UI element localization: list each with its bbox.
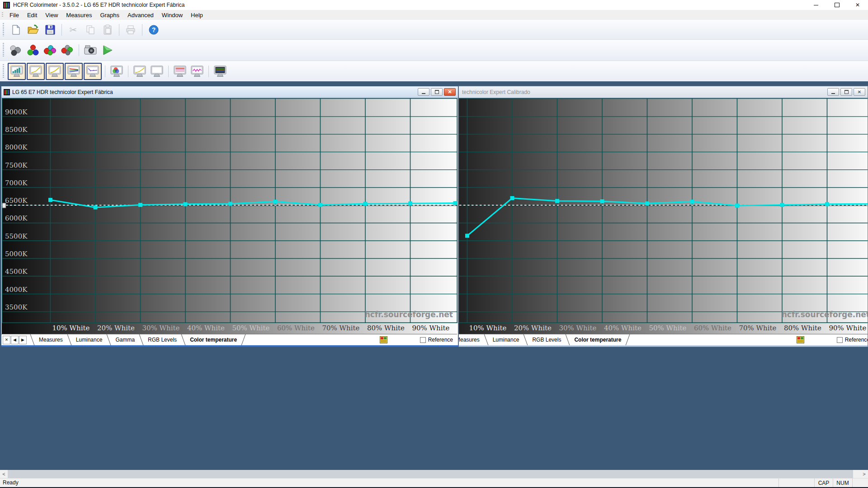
child-close-button[interactable]: ✕	[854, 88, 865, 96]
tab-divider	[107, 334, 111, 345]
tab-close-icon[interactable]: ✕	[3, 336, 10, 344]
graph-rgb-levels-monitor-button[interactable]	[65, 63, 83, 80]
color-temperature-chart: 9000K8500K8000K7500K7000K6500K6000K5500K…	[458, 98, 868, 334]
close-button[interactable]: ✕	[847, 0, 868, 10]
status-panel-empty	[778, 479, 814, 487]
x-tick-label: 10% White	[469, 324, 507, 332]
child-close-button[interactable]: ✕	[444, 88, 456, 96]
cut-scissors-button[interactable]: ✂	[65, 22, 81, 38]
graph-blank-monitor-button[interactable]	[149, 64, 165, 79]
toolbar-file: ✂?	[0, 20, 868, 40]
copy-pages-button[interactable]	[82, 22, 99, 38]
child-window-calibrado: technicolor Expert Calibrado ✕ 9000K8500…	[458, 86, 868, 347]
checkbox-box[interactable]	[837, 337, 843, 343]
reference-checkbox[interactable]: Reference	[837, 337, 868, 343]
toolbar-separator	[105, 66, 105, 77]
save-floppy-button[interactable]	[42, 22, 58, 38]
tab-luminance[interactable]: Luminance	[72, 334, 106, 345]
svg-text:8500K: 8500K	[5, 126, 28, 134]
tab-prev-icon[interactable]: ◀	[11, 336, 19, 344]
svg-text:4000K: 4000K	[5, 286, 28, 294]
primaries-measure-balls-button[interactable]	[25, 42, 41, 58]
menu-advanced[interactable]: Advanced	[123, 11, 158, 19]
menu-measures[interactable]: Measures	[62, 11, 96, 19]
paste-clipboard-button[interactable]	[99, 22, 116, 38]
svg-text:?: ?	[152, 26, 156, 33]
x-tick-label: 50% White	[232, 324, 270, 332]
graph-gamma-monitor-button[interactable]	[46, 63, 64, 80]
status-ready-text: Ready	[3, 479, 19, 486]
menu-window[interactable]: Window	[158, 11, 187, 19]
tab-gamma[interactable]: Gamma	[112, 334, 138, 345]
hcfr-document-icon	[4, 89, 10, 95]
graph-cie-diagram-monitor-button[interactable]	[108, 64, 125, 79]
run-continuous-play-button[interactable]	[99, 42, 116, 58]
secondaries-measure-balls-button[interactable]	[42, 42, 58, 58]
tab-divider	[241, 334, 246, 345]
graph-saturation-stripes-monitor-button[interactable]	[172, 64, 188, 79]
x-tick-label: 50% White	[649, 324, 687, 332]
checkbox-box[interactable]	[420, 337, 426, 343]
graph-color-temperature-monitor-button[interactable]	[84, 63, 102, 80]
child-minimize-button[interactable]	[418, 88, 429, 96]
child-minimize-button[interactable]	[827, 88, 839, 96]
svg-text:hcfr.sourceforge.net: hcfr.sourceforge.net	[365, 310, 453, 319]
print-printer-button[interactable]	[123, 22, 139, 38]
graph-spectrum-dark-monitor-button[interactable]	[212, 64, 228, 79]
child-titlebar[interactable]: LG 65 E7 HDR technicolor Expert Fábrica …	[1, 86, 458, 98]
x-tick-label: 80% White	[367, 324, 405, 332]
graph-noise-wave-monitor-button[interactable]	[189, 64, 205, 79]
menu-view[interactable]: View	[41, 11, 62, 19]
graph-tabbar: ✕◀▶ MeasuresLuminanceRGB LevelsColor tem…	[458, 334, 868, 345]
tab-next-icon[interactable]: ▶	[19, 336, 27, 344]
toolbar-separator	[142, 24, 142, 36]
menu-file[interactable]: File	[5, 11, 23, 19]
tab-rgb-levels[interactable]: RGB Levels	[144, 334, 180, 345]
help-about-button[interactable]: ?	[146, 22, 162, 38]
tab-divider	[626, 334, 630, 345]
x-tick-label: 40% White	[604, 324, 642, 332]
tab-divider	[30, 334, 35, 345]
open-folder-button[interactable]	[25, 22, 41, 38]
grayscale-measure-balls-button[interactable]	[8, 42, 24, 58]
reference-checkbox[interactable]: Reference	[420, 337, 453, 343]
svg-text:4500K: 4500K	[5, 267, 28, 276]
color-pattern-icon[interactable]	[797, 336, 804, 343]
tab-luminance[interactable]: Luminance	[489, 334, 523, 345]
maximize-button[interactable]	[826, 0, 847, 10]
child-titlebar[interactable]: technicolor Expert Calibrado ✕	[459, 86, 868, 98]
menu-help[interactable]: Help	[187, 11, 207, 19]
free-measure-balls-button[interactable]	[59, 42, 75, 58]
chart-x-axis-labels: 10% White20% White30% White40% White50% …	[458, 323, 868, 334]
scroll-left-icon[interactable]: <	[0, 470, 8, 478]
toolbar-area: ✂?	[0, 20, 868, 81]
scrollbar-thumb[interactable]	[8, 470, 853, 478]
color-pattern-icon[interactable]	[380, 336, 387, 343]
menu-edit[interactable]: Edit	[23, 11, 41, 19]
mdi-horizontal-scrollbar[interactable]: < >	[0, 470, 868, 478]
chart-plot-area: 9000K8500K8000K7500K7000K6500K6000K5500K…	[458, 98, 868, 323]
hcfr-application-window: HCFR Colorimeter - 3.5.0.2 - LG 65 E7 HD…	[0, 0, 868, 488]
x-tick-label: 70% White	[322, 324, 360, 332]
minimize-button[interactable]	[806, 0, 826, 10]
child-restore-button[interactable]	[840, 88, 852, 96]
svg-text:5500K: 5500K	[5, 232, 28, 240]
toolbar-separator	[61, 24, 62, 36]
tab-color-temperature[interactable]: Color temperature	[571, 334, 625, 345]
inactive-window-strip	[459, 345, 868, 347]
graph-luminance-curve-monitor-button[interactable]	[132, 64, 148, 79]
tab-measures[interactable]: Measures	[458, 334, 483, 345]
toolbar-separator	[208, 66, 209, 77]
scroll-right-icon[interactable]: >	[860, 470, 868, 478]
toolbar-graphs	[0, 61, 868, 82]
new-document-button[interactable]	[8, 22, 24, 38]
tab-rgb-levels[interactable]: RGB Levels	[528, 334, 565, 345]
tab-color-temperature[interactable]: Color temperature	[186, 334, 241, 345]
child-restore-button[interactable]	[431, 88, 443, 96]
tab-measures[interactable]: Measures	[35, 334, 66, 345]
snapshot-camera-button[interactable]	[82, 42, 99, 58]
tab-divider	[181, 334, 186, 345]
graph-measures-monitor-button[interactable]	[8, 63, 26, 80]
menu-graphs[interactable]: Graphs	[96, 11, 123, 19]
graph-luminance-monitor-button[interactable]	[27, 63, 45, 80]
